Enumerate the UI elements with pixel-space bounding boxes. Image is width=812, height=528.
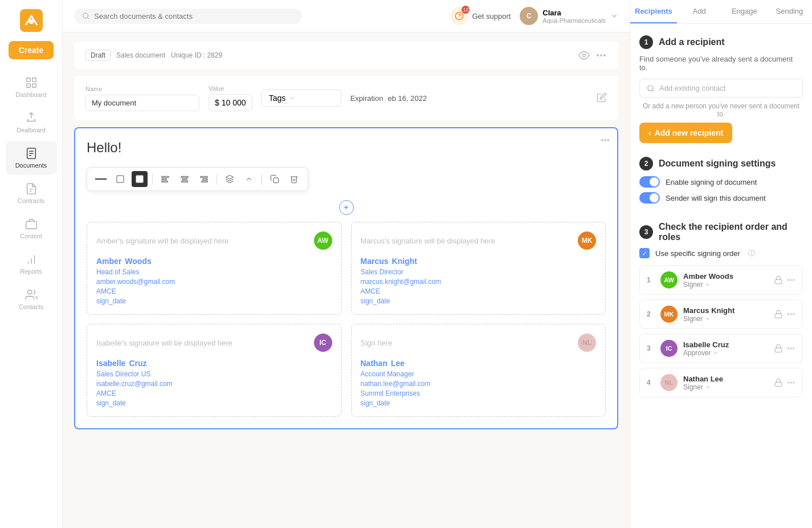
user-details: Clara Aqua-Pharmaceuticals [542, 9, 606, 24]
signer-name-marcus: Marcus Knight [361, 257, 597, 266]
svg-point-57 [793, 382, 794, 383]
sidebar-item-dealboard[interactable]: Dealboard [6, 106, 57, 139]
toolbar-rect-btn[interactable] [112, 171, 128, 187]
recipient-avatar-isabelle: IC [660, 340, 678, 357]
support-label: Get support [472, 12, 511, 21]
svg-rect-35 [182, 181, 188, 182]
name-field-group: Name [85, 86, 199, 111]
recipient-role-marcus[interactable]: Signer [683, 315, 768, 323]
document-header: Draft Sales document Unique ID : 2829 [74, 42, 618, 69]
view-icon[interactable] [578, 50, 590, 61]
toolbar-line-btn[interactable] [93, 171, 109, 187]
recipient-avatar-marcus: MK [660, 306, 678, 323]
enable-signing-toggle[interactable] [639, 176, 660, 188]
enable-signing-row: Enable signing of document [639, 176, 803, 188]
section1-desc: Find someone you've already sent a docum… [639, 55, 803, 72]
signer-card-isabelle: Isabelle's signature will be displayed h… [87, 324, 342, 417]
document-more-menu[interactable] [600, 135, 610, 147]
add-section-button[interactable]: + [339, 200, 354, 215]
signer-company-isabelle: AMCE [96, 389, 332, 397]
tags-select[interactable]: Tags [262, 90, 341, 107]
tab-sending[interactable]: Sending [767, 0, 812, 23]
svg-point-55 [787, 382, 789, 383]
sidebar-item-content[interactable]: Content [6, 212, 57, 245]
sidebar-item-documents-label: Documents [15, 162, 47, 169]
add-new-recipient-button[interactable]: ‹ Add new recipient [639, 123, 732, 143]
tab-add[interactable]: Add [677, 0, 722, 23]
draft-badge: Draft [85, 50, 111, 61]
avatar: C [520, 7, 538, 25]
support-icon: 12 [450, 7, 468, 25]
signer-role-amber: Head of Sales [96, 268, 332, 276]
signer-card-marcus: Marcus's signature will be displayed her… [351, 222, 606, 315]
value-input[interactable]: $ 10 000 [209, 94, 252, 111]
topbar: 12 Get support C Clara Aqua-Pharmaceutic… [63, 0, 630, 33]
more-options-icon[interactable] [786, 378, 795, 387]
signer-name-nathan: Nathan Lee [361, 359, 597, 368]
toolbar-square-btn[interactable] [132, 171, 148, 187]
create-button[interactable]: Create [9, 41, 54, 59]
signature-grid: Amber's signature will be displayed here… [87, 222, 606, 417]
toolbar-delete-btn[interactable] [286, 171, 302, 187]
currency-symbol: $ [215, 98, 219, 107]
svg-point-23 [601, 55, 602, 56]
recipient-role-isabelle[interactable]: Approver [683, 349, 768, 357]
doc-type-badge: Sales document [116, 51, 165, 59]
more-options-icon[interactable] [786, 275, 795, 285]
more-options-icon[interactable] [786, 344, 795, 353]
enable-signing-label: Enable signing of document [666, 178, 757, 186]
signer-role-isabelle: Sales Director US [96, 370, 332, 378]
sidebar-item-contacts[interactable]: Contacts [6, 283, 57, 316]
sidebar-item-dashboard[interactable]: Dashboard [6, 71, 57, 104]
signing-order-checkbox[interactable]: ✓ [639, 248, 650, 258]
tags-label: Tags [269, 94, 286, 103]
recipient-row-amber: 1 AW Amber Woods Signer [639, 265, 803, 295]
tab-engage[interactable]: Engage [722, 0, 767, 23]
sidebar-item-documents[interactable]: Documents [6, 141, 57, 174]
signer-card-amber: Amber's signature will be displayed here… [87, 222, 342, 315]
recipient-num-3: 3 [647, 344, 655, 352]
chevron-down-icon [289, 95, 296, 101]
sidebar-item-contracts[interactable]: Contracts [6, 177, 57, 210]
more-options-icon[interactable] [595, 50, 607, 61]
svg-rect-50 [775, 348, 782, 352]
tab-recipients[interactable]: Recipients [630, 0, 677, 23]
signer-role-marcus: Sales Director [361, 268, 597, 276]
app-logo [20, 9, 43, 32]
svg-point-52 [790, 348, 791, 349]
lock-icon[interactable] [774, 344, 783, 353]
lock-icon[interactable] [774, 378, 783, 387]
lock-icon[interactable] [774, 310, 783, 319]
toolbar-chevron-btn[interactable] [241, 171, 257, 187]
toolbar-align-left-btn[interactable] [157, 171, 173, 187]
signing-order-row: ✓ Use specific signing order ⓘ [639, 248, 803, 258]
recipient-actions-isabelle [774, 344, 795, 353]
support-button[interactable]: 12 Get support [450, 7, 511, 25]
lock-icon[interactable] [774, 275, 783, 285]
signer-company-nathan: Summit Enterprises [361, 389, 597, 397]
toolbar-separator-2 [217, 173, 217, 185]
search-bar[interactable] [74, 9, 302, 24]
toolbar-copy-btn[interactable] [267, 171, 283, 187]
recipient-role-nathan[interactable]: Signer [683, 383, 768, 391]
add-existing-contact[interactable]: Add existing contact [639, 79, 803, 98]
name-input[interactable] [85, 95, 199, 111]
recipient-actions-nathan [774, 378, 795, 387]
sender-sign-toggle[interactable] [639, 192, 660, 204]
sidebar-item-reports[interactable]: Reports [6, 247, 57, 281]
sidebar-item-contracts-label: Contracts [18, 197, 44, 204]
section1-title: Add a recipient [659, 37, 725, 47]
svg-point-43 [787, 279, 789, 281]
svg-point-47 [787, 314, 789, 315]
edit-icon[interactable] [597, 92, 607, 104]
recipient-role-amber[interactable]: Signer [683, 281, 768, 289]
search-input[interactable] [94, 12, 294, 21]
toolbar-outline-btn[interactable] [222, 171, 238, 187]
toolbar-align-center-btn[interactable] [177, 171, 193, 187]
toolbar-align-right-btn[interactable] [196, 171, 212, 187]
expiration-date: eb 16, 2022 [387, 94, 427, 103]
svg-rect-33 [181, 176, 188, 177]
more-options-icon[interactable] [786, 310, 795, 319]
user-menu[interactable]: C Clara Aqua-Pharmaceuticals [520, 7, 618, 25]
document-header-actions [578, 50, 607, 61]
